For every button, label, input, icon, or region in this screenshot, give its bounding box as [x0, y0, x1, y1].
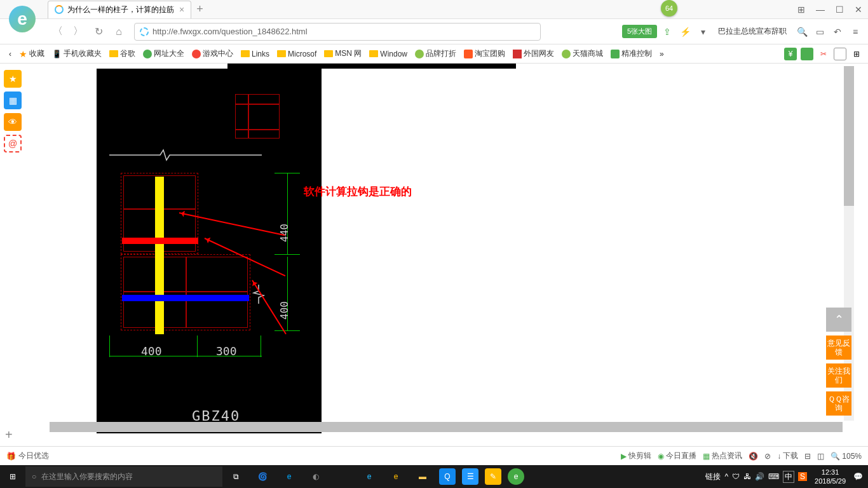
- ext-yen-icon[interactable]: ¥: [784, 48, 797, 60]
- sidebar-weibo-icon[interactable]: 👁: [4, 113, 22, 131]
- browser-logo[interactable]: e: [0, 0, 44, 38]
- sidebar-add-button[interactable]: +: [5, 428, 13, 442]
- tab-favicon: [55, 5, 64, 14]
- bookmark-games[interactable]: 游戏中心: [188, 48, 237, 59]
- app-360-icon[interactable]: e: [508, 468, 524, 485]
- bookmark-tmall[interactable]: 天猫商城: [558, 48, 607, 59]
- app-edge-icon[interactable]: e: [276, 465, 302, 488]
- bookmark-foreign[interactable]: 外国网友: [509, 48, 558, 59]
- bookmark-mobile[interactable]: 📱手机收藏夹: [48, 48, 105, 59]
- app-ie-icon[interactable]: e: [356, 465, 383, 488]
- brand-icon: [415, 50, 424, 58]
- flash-icon[interactable]: ⚡: [677, 24, 693, 39]
- qq-button[interactable]: ＱＱ咨询: [826, 391, 851, 416]
- tray-up-icon[interactable]: ^: [724, 472, 728, 481]
- dim-400a: 400: [141, 344, 162, 358]
- ext-translate-icon[interactable]: [801, 48, 813, 60]
- bookmark-msn[interactable]: MSN 网: [320, 48, 365, 59]
- reader-icon[interactable]: ▭: [812, 24, 827, 39]
- bookmark-google[interactable]: 谷歌: [105, 48, 139, 59]
- red-rebar: [122, 238, 198, 244]
- status-clip[interactable]: ▶快剪辑: [621, 451, 651, 461]
- minimize-icon[interactable]: —: [811, 0, 830, 19]
- break-line-v: [252, 285, 265, 304]
- status-mute-icon[interactable]: 🔇: [749, 452, 758, 461]
- ext-grid-icon[interactable]: ⊞: [850, 48, 863, 60]
- app-ie2-icon[interactable]: e: [383, 465, 409, 488]
- app-chat-icon[interactable]: ☰: [462, 468, 478, 485]
- page-viewport: 400 300 440 400 GBZ40 软件计算拉钩是正确的: [50, 64, 855, 433]
- taskview-icon[interactable]: ⧉: [222, 465, 249, 488]
- bookmark-nav-left[interactable]: ‹: [5, 50, 15, 58]
- status-block-icon[interactable]: ⊘: [764, 452, 771, 461]
- news-headline[interactable]: 巴拉圭总统宣布辞职: [713, 26, 792, 37]
- hamburger-icon[interactable]: ≡: [848, 24, 863, 39]
- menu-icon[interactable]: ⊞: [792, 0, 811, 19]
- dropdown-icon[interactable]: ▾: [695, 24, 710, 39]
- start-button[interactable]: ⊞: [0, 465, 25, 488]
- bookmark-favorites[interactable]: ★收藏: [15, 48, 48, 59]
- undo-icon[interactable]: ↶: [830, 24, 845, 39]
- gift-icon[interactable]: 🎁: [6, 452, 16, 461]
- status-split-icon[interactable]: ◫: [817, 452, 824, 461]
- maximize-icon[interactable]: ☐: [830, 0, 849, 19]
- bookmark-window[interactable]: Window: [365, 50, 411, 58]
- tray-notif-icon[interactable]: 💬: [853, 472, 863, 481]
- scroll-top-button[interactable]: ⌃: [826, 308, 851, 332]
- status-hot[interactable]: ▦热点资讯: [703, 451, 742, 461]
- bookmark-brand[interactable]: 品牌打折: [411, 48, 460, 59]
- ext-scissors-icon[interactable]: ✂: [817, 48, 830, 60]
- back-button[interactable]: 〈: [49, 23, 67, 41]
- share-icon[interactable]: ⇪: [660, 24, 675, 39]
- app-q-icon[interactable]: Q: [439, 468, 456, 485]
- app-swirl-icon[interactable]: 🌀: [249, 465, 276, 488]
- status-zoom[interactable]: 🔍 105%: [831, 452, 862, 461]
- bookmark-links[interactable]: Links: [237, 50, 273, 58]
- tray-ime-icon[interactable]: 中: [783, 471, 794, 483]
- tray-sogou-icon[interactable]: S: [798, 472, 807, 481]
- follow-button[interactable]: 关注我们: [826, 363, 851, 388]
- taskbar-search[interactable]: ○ 在这里输入你要搜索的内容: [25, 466, 222, 487]
- tray-net-icon[interactable]: 🖧: [743, 472, 751, 481]
- sidebar-at-icon[interactable]: @: [4, 135, 22, 152]
- app-tencent-icon[interactable]: ◐: [302, 465, 329, 488]
- cad-drawing: 400 300 440 400 GBZ40 软件计算拉钩是正确的: [97, 64, 681, 433]
- reload-button[interactable]: ↻: [90, 23, 107, 41]
- bookmark-microsof[interactable]: Microsof: [273, 50, 320, 58]
- bookmark-sites[interactable]: 网址大全: [139, 48, 188, 59]
- status-live[interactable]: ◉今日直播: [658, 451, 696, 461]
- new-tab-button[interactable]: +: [196, 3, 203, 16]
- tab-close-icon[interactable]: ×: [179, 4, 184, 15]
- close-icon[interactable]: ✕: [849, 0, 868, 19]
- status-pip-icon[interactable]: ⊟: [804, 452, 811, 461]
- globe-icon: [143, 50, 152, 58]
- browser-tab[interactable]: 为什么一样的柱子，计算的拉筋 ×: [48, 1, 191, 18]
- status-today[interactable]: 今日优选: [18, 451, 49, 461]
- status-download[interactable]: ↓ 下载: [777, 451, 798, 461]
- bookmark-more[interactable]: »: [656, 50, 668, 58]
- tray-link[interactable]: 链接: [705, 471, 721, 482]
- speed-badge[interactable]: 64: [661, 0, 677, 17]
- cortana-icon: ○: [32, 472, 36, 481]
- bookmark-taobao[interactable]: 淘宝团购: [460, 48, 509, 59]
- image-count-button[interactable]: 5张大图: [622, 25, 657, 38]
- tray-clock[interactable]: 12:31 2018/5/29: [811, 468, 850, 485]
- app-explorer-icon[interactable]: ▬: [409, 465, 436, 488]
- app-blank-icon[interactable]: [329, 465, 356, 488]
- forward-button[interactable]: 〉: [69, 23, 87, 41]
- window-controls: ⊞ — ☐ ✕: [792, 0, 868, 19]
- tray-kb-icon[interactable]: ⌨: [768, 472, 779, 481]
- ext-capture-icon[interactable]: [834, 48, 846, 60]
- app-note-icon[interactable]: ✎: [485, 468, 501, 485]
- feedback-button[interactable]: 意见反馈: [826, 336, 851, 360]
- horizontal-scrollbar[interactable]: [50, 422, 843, 432]
- sidebar-star-icon[interactable]: ★: [4, 70, 22, 88]
- search-icon[interactable]: 🔍: [794, 24, 810, 39]
- sidebar-news-icon[interactable]: ▦: [4, 92, 22, 109]
- home-button[interactable]: ⌂: [110, 23, 128, 41]
- tray-shield-icon[interactable]: 🛡: [732, 472, 740, 481]
- url-input[interactable]: http://e.fwxgx.com/question_1848622.html: [134, 23, 541, 41]
- float-buttons: ⌃ 意见反馈 关注我们 ＱＱ咨询: [826, 308, 851, 416]
- bookmark-ctrl[interactable]: 精准控制: [607, 48, 656, 59]
- tray-vol-icon[interactable]: 🔊: [755, 472, 764, 481]
